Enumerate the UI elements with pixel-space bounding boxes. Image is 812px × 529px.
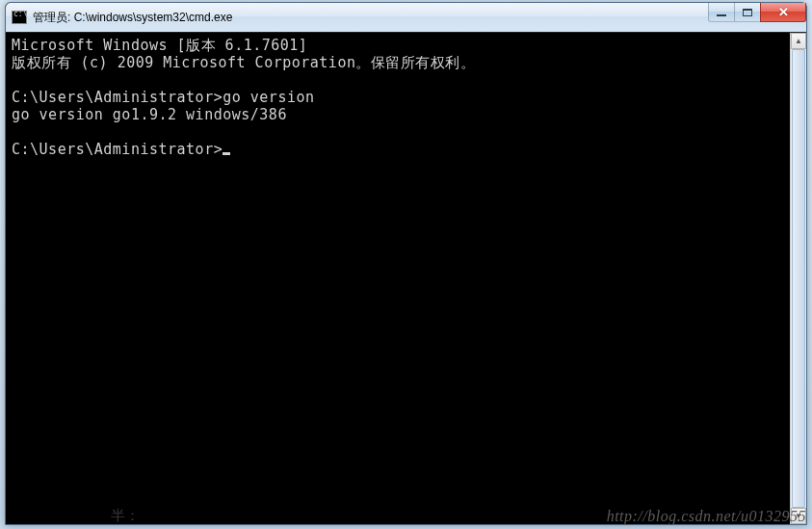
cursor — [223, 152, 230, 155]
terminal-line: Microsoft Windows [版本 6.1.7601] — [12, 37, 307, 54]
minimize-icon — [717, 13, 726, 16]
scroll-up-button[interactable]: ▲ — [791, 33, 806, 49]
scroll-thumb[interactable] — [792, 49, 805, 508]
terminal-output[interactable]: Microsoft Windows [版本 6.1.7601] 版权所有 (c)… — [6, 33, 790, 524]
terminal-line: go version go1.9.2 windows/386 — [12, 106, 287, 123]
titlebar[interactable]: c:\ 管理员: C:\windows\system32\cmd.exe ✕ — [6, 3, 806, 32]
vertical-scrollbar[interactable]: ▲ ▼ — [790, 33, 806, 524]
terminal-line: 版权所有 (c) 2009 Microsoft Corporation。保留所有… — [12, 54, 475, 71]
window-controls: ✕ — [709, 3, 806, 23]
cmd-icon: c:\ — [12, 11, 27, 24]
maximize-icon — [743, 9, 752, 16]
client-area: Microsoft Windows [版本 6.1.7601] 版权所有 (c)… — [6, 32, 806, 524]
terminal-prompt: C:\Users\Administrator> — [12, 141, 223, 158]
window-title: 管理员: C:\windows\system32\cmd.exe — [33, 10, 232, 26]
minimize-button[interactable] — [708, 3, 735, 22]
close-icon: ✕ — [778, 5, 789, 19]
cmd-window: c:\ 管理员: C:\windows\system32\cmd.exe ✕ M… — [5, 2, 807, 525]
scroll-track[interactable] — [791, 49, 806, 508]
maximize-button[interactable] — [734, 3, 761, 22]
close-button[interactable]: ✕ — [760, 3, 806, 22]
scroll-down-button[interactable]: ▼ — [791, 508, 806, 524]
terminal-line: C:\Users\Administrator>go version — [12, 89, 315, 106]
